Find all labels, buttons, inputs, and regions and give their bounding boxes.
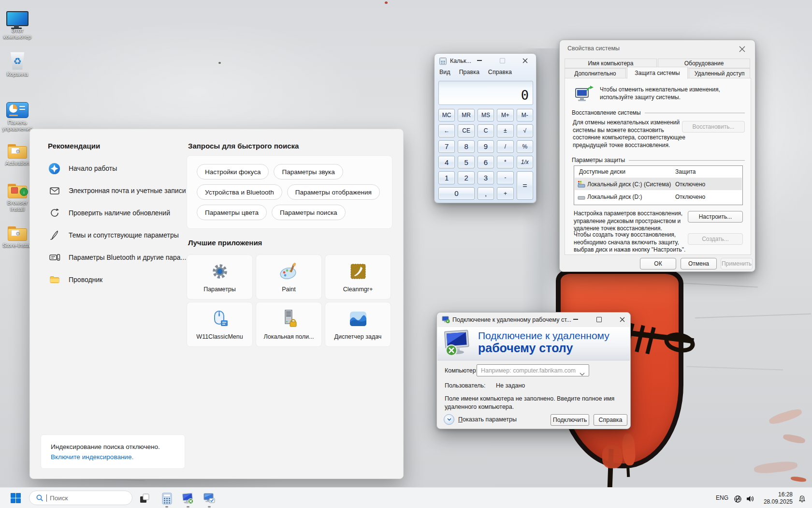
volume-icon[interactable] <box>744 493 757 505</box>
chip-color-settings[interactable]: Параметры цвета <box>197 205 267 220</box>
calc-key[interactable]: √ <box>517 124 533 137</box>
calc-key[interactable]: 1 <box>438 171 455 184</box>
recommendation-bluetooth[interactable]: Параметры Bluetooth и другие пара... <box>44 246 188 269</box>
network-globe-icon[interactable] <box>731 493 744 505</box>
desktop-icon-label: Этот компьютер <box>2 28 33 40</box>
calc-key[interactable]: 9 <box>478 140 494 153</box>
calc-key[interactable]: 0 <box>438 187 475 200</box>
help-button[interactable]: Справка <box>594 414 627 426</box>
indexing-message: Индексирование поиска отключено. <box>51 443 185 450</box>
calc-key[interactable]: 3 <box>478 171 494 184</box>
taskbar-search[interactable]: Поиск <box>29 491 132 505</box>
desktop-icon-this-pc[interactable]: Этот компьютер <box>2 5 33 40</box>
restore-description: Для отмены нежелательных изменений систе… <box>573 119 688 149</box>
start-button[interactable] <box>11 493 21 503</box>
calc-key[interactable]: M+ <box>497 109 513 121</box>
clock[interactable]: 16:28 28.09.2025 <box>757 491 793 506</box>
protection-status: Отключено <box>675 194 705 200</box>
show-options-label[interactable]: Показать параметры <box>458 416 517 423</box>
calc-key[interactable]: 1/x <box>517 156 533 168</box>
taskbar-rdp-icon[interactable] <box>182 492 194 505</box>
calc-key[interactable]: % <box>517 140 533 153</box>
create-button[interactable]: Создать... <box>688 233 743 245</box>
ok-button[interactable]: ОК <box>640 258 676 269</box>
maximize-button[interactable] <box>591 313 607 326</box>
chip-devices-bluetooth[interactable]: Устройства и Bluetooth <box>197 184 282 200</box>
calc-key[interactable]: 6 <box>478 156 494 168</box>
tab-system-protection[interactable]: Защита системы <box>627 67 688 79</box>
app-tile-w11classicmenu[interactable]: W11ClassicMenu <box>187 302 253 347</box>
maximize-button[interactable] <box>494 54 510 67</box>
tab-remote[interactable]: Удаленный доступ <box>689 68 750 78</box>
settings-gear-icon <box>187 262 252 281</box>
recommendation-email[interactable]: Электронная почта и учетные записи <box>44 179 188 202</box>
app-tile-settings[interactable]: Параметры <box>187 254 253 299</box>
chevron-down-icon <box>447 418 451 421</box>
calc-key[interactable]: C <box>478 124 494 137</box>
calc-key[interactable]: ± <box>497 124 513 137</box>
desktop-icon-control-panel[interactable]: Панель управления <box>2 97 33 132</box>
notification-bell-icon[interactable]: z <box>796 493 808 505</box>
language-indicator[interactable]: ENG <box>716 494 728 501</box>
desktop-icon-activation[interactable]: ⚙ Activation <box>2 137 33 166</box>
recommendation-updates[interactable]: Проверить наличие обновлений <box>44 202 188 224</box>
connect-button[interactable]: Подключить <box>551 414 589 426</box>
recommendation-explorer[interactable]: Проводник <box>44 269 188 291</box>
desktop-icon-browser-install[interactable]: ↓ Browser Install <box>2 177 33 212</box>
minimize-button[interactable] <box>471 54 488 67</box>
calc-key[interactable]: / <box>497 140 513 153</box>
table-row[interactable]: Локальный диск (C:) (Система) Отключено <box>575 178 742 190</box>
calc-key[interactable]: CE <box>458 124 474 137</box>
taskbar-calculator-icon[interactable] <box>160 492 173 505</box>
chip-focus-settings[interactable]: Настройки фокуса <box>197 164 269 179</box>
calc-key-backspace[interactable]: ← <box>438 124 455 137</box>
calc-key[interactable]: 8 <box>458 140 474 153</box>
close-icon[interactable] <box>517 54 533 67</box>
cancel-button[interactable]: Отмена <box>681 258 717 269</box>
taskbar-system-icon[interactable] <box>203 492 216 505</box>
stacked-windows-icon[interactable] <box>138 492 151 505</box>
calc-key[interactable]: MR <box>458 109 474 121</box>
table-row[interactable]: Локальный диск (D:) Отключено <box>575 191 742 203</box>
chip-sound-settings[interactable]: Параметры звука <box>274 164 343 179</box>
chip-search-settings[interactable]: Параметры поиска <box>272 205 346 220</box>
menu-view[interactable]: Вид <box>439 69 450 75</box>
recommendation-themes[interactable]: Темы и сопутствующие параметры <box>44 224 188 246</box>
computer-combobox[interactable]: Например: computer.fabrikam.com <box>477 364 589 376</box>
app-tile-paint[interactable]: Paint <box>256 254 322 299</box>
restore-button[interactable]: Восстановить... <box>682 121 745 133</box>
desktop-icon-store-install[interactable]: ⚙ Store-Install <box>2 220 33 249</box>
calc-key[interactable]: * <box>497 156 513 168</box>
show-options-button[interactable] <box>444 414 454 425</box>
calculator-app-icon <box>439 58 447 67</box>
close-icon[interactable] <box>734 42 750 56</box>
apply-button[interactable]: Применить <box>721 258 753 269</box>
recommendation-get-started[interactable]: Начало работы <box>44 157 188 179</box>
calc-key[interactable]: + <box>497 187 513 200</box>
calc-key[interactable]: 7 <box>438 140 455 153</box>
calc-key[interactable]: - <box>497 171 513 184</box>
close-icon[interactable] <box>614 313 630 326</box>
minimize-button[interactable] <box>567 313 584 326</box>
chip-display-settings[interactable]: Параметры отображения <box>287 184 380 200</box>
app-tile-cleanmgr[interactable]: Cleanmgr+ <box>325 254 391 299</box>
menu-help[interactable]: Справка <box>488 69 512 75</box>
app-tile-task-manager[interactable]: Диспетчер задач <box>325 302 391 347</box>
chevron-down-icon[interactable] <box>580 369 585 378</box>
menu-edit[interactable]: Правка <box>459 69 479 75</box>
desktop-icon-recycle-bin[interactable]: ♻ Корзина <box>2 48 33 77</box>
calc-key[interactable]: M- <box>517 109 533 121</box>
calc-key-equals[interactable]: = <box>517 171 533 200</box>
tab-advanced[interactable]: Дополнительно <box>565 68 626 78</box>
calc-key[interactable]: 2 <box>458 171 474 184</box>
configure-button[interactable]: Настроить... <box>688 211 743 223</box>
calc-key[interactable]: MC <box>438 109 455 121</box>
calc-key[interactable]: , <box>478 187 494 200</box>
calc-key[interactable]: 4 <box>438 156 455 168</box>
this-pc-icon <box>6 11 29 26</box>
column-disks: Доступные диски <box>579 168 625 175</box>
enable-indexing-link[interactable]: Включите индексирование. <box>51 453 185 461</box>
app-tile-local-policy[interactable]: Локальная поли... <box>256 302 322 347</box>
calc-key[interactable]: MS <box>478 109 494 121</box>
calc-key[interactable]: 5 <box>458 156 474 168</box>
